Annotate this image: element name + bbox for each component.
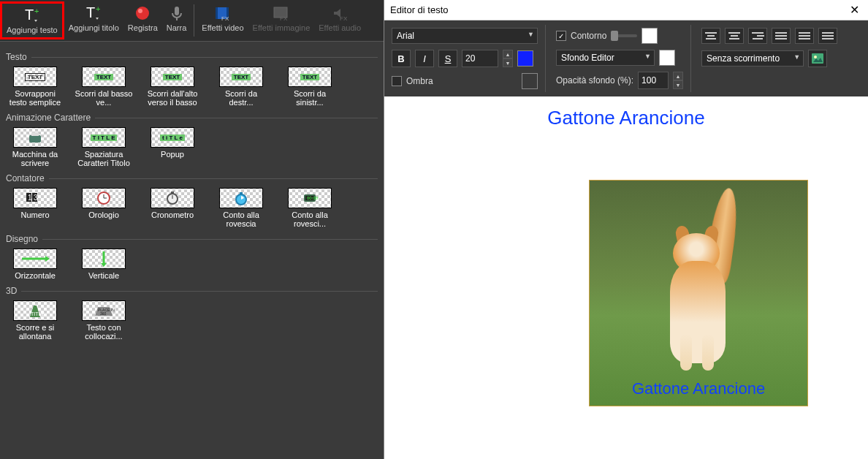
audio-fx-icon: FX (331, 4, 349, 22)
preset-vertical[interactable]: Verticale (75, 249, 133, 280)
preset-scroll-left[interactable]: TEXTScorri da sinistr... (281, 67, 339, 107)
opacity-input[interactable] (638, 72, 669, 89)
svg-point-38 (814, 56, 817, 58)
preset-overlay-simple-text[interactable]: TEXTSovrapponi testo semplice (6, 67, 64, 107)
editor-title-label: Editor di testo (390, 4, 449, 15)
valign-mid-button[interactable] (795, 28, 814, 44)
title-add-icon: T+ (85, 4, 102, 22)
svg-point-4 (136, 7, 149, 20)
svg-text:1: 1 (28, 194, 32, 202)
font-size-spinner[interactable]: ▲▼ (503, 50, 513, 67)
close-icon[interactable]: ✕ (847, 3, 862, 17)
align-left-button[interactable] (701, 28, 720, 44)
contour-label: Contorno (571, 31, 606, 41)
preset-placed-text[interactable]: PLACE IN360Testo con collocazi... (75, 300, 133, 341)
font-group: Arial B I S ▲▼ Ombra (389, 25, 546, 92)
section-char-anim: Animazione Carattere (6, 113, 378, 123)
contour-checkbox[interactable]: ✓ (556, 31, 566, 41)
bold-button[interactable]: B (392, 50, 411, 67)
presets-panel: Testo TEXTSovrapponi testo semplice TEXT… (0, 42, 384, 459)
preset-stopwatch[interactable]: Cronometro (143, 188, 202, 228)
align-right-button[interactable] (748, 28, 767, 44)
preset-scroll-right[interactable]: TEXTScorri da destr... (212, 67, 270, 107)
text-color-swatch[interactable] (517, 50, 533, 67)
shadow-color-swatch[interactable] (522, 73, 538, 89)
align-group: Senza scorrimento (698, 25, 845, 92)
text-add-icon: T+ (23, 7, 41, 24)
opacity-spinner[interactable]: ▲▼ (673, 72, 683, 89)
valign-top-button[interactable] (772, 28, 791, 44)
svg-text:+: + (34, 7, 39, 15)
align-center-button[interactable] (725, 28, 744, 44)
section-drawing: Disegno (6, 234, 378, 244)
section-counter: Contatore (6, 173, 378, 183)
preset-scroll-bottom[interactable]: TEXTScorri dal basso ve... (75, 67, 133, 107)
preset-scroll-top[interactable]: TEXTScorri dall'alto verso il basso (143, 67, 202, 107)
editor-canvas[interactable]: Gattone Arancione Gattone Arancione (384, 96, 868, 459)
preset-scroll-away[interactable]: TITLEScorre e si allontana (6, 300, 64, 341)
headline-text[interactable]: Gattone Arancione (547, 107, 704, 129)
bg-mode-select[interactable]: Sfondo Editor (556, 50, 655, 66)
editor-toolbar: Arial B I S ▲▼ Ombra ✓ Contorno (384, 20, 868, 96)
record-icon (134, 4, 151, 22)
record-button[interactable]: Registra (123, 1, 162, 39)
font-select[interactable]: Arial (392, 28, 538, 44)
preview-image: Gattone Arancione (589, 180, 808, 406)
svg-rect-6 (175, 7, 179, 15)
preset-typewriter[interactable]: Macchina da scrivere (6, 127, 64, 167)
main-toolbar: T+ Aggiungi testo T+ Aggiungi titolo Reg… (0, 0, 384, 42)
preset-clock[interactable]: Orologio (75, 188, 133, 228)
shadow-checkbox[interactable] (392, 76, 402, 86)
contour-color-swatch[interactable] (642, 28, 658, 44)
preset-number[interactable]: 13Numero (6, 188, 64, 228)
preset-countdown[interactable]: Conto alla rovescia (212, 188, 270, 228)
video-fx-button[interactable]: FX Effetti video (197, 1, 248, 39)
svg-text:FX: FX (280, 15, 288, 22)
contour-slider[interactable] (611, 34, 637, 37)
image-button[interactable] (808, 50, 827, 67)
font-size-input[interactable] (462, 50, 498, 67)
underline-button[interactable]: S (438, 50, 457, 67)
preset-countdown-2[interactable]: 00:00Conto alla rovesci... (281, 188, 339, 228)
image-fx-button[interactable]: FX Effetti immagine (248, 1, 315, 39)
svg-rect-9 (216, 7, 218, 19)
audio-fx-button[interactable]: FX Effetti audio (314, 1, 365, 39)
editor-title-bar: Editor di testo ✕ (384, 0, 868, 20)
overlay-text: Gattone Arancione (632, 379, 765, 398)
bg-group: ✓ Contorno Sfondo Editor Opacità sfondo … (553, 25, 691, 92)
svg-text:TITLE: TITLE (31, 311, 45, 316)
svg-text:FX: FX (221, 15, 229, 22)
left-panel: T+ Aggiungi testo T+ Aggiungi titolo Reg… (0, 0, 384, 459)
narrate-button[interactable]: Narra (162, 1, 191, 39)
svg-rect-25 (171, 191, 174, 194)
italic-button[interactable]: I (415, 50, 434, 67)
bg-color-swatch[interactable] (659, 50, 675, 66)
svg-text:3: 3 (34, 194, 38, 202)
svg-text:+: + (96, 4, 100, 13)
scroll-mode-select[interactable]: Senza scorrimento (701, 50, 804, 67)
add-text-button[interactable]: T+ Aggiungi testo (0, 1, 64, 39)
opacity-label: Opacità sfondo (%): (556, 75, 633, 86)
section-text: Testo (6, 52, 378, 62)
svg-text:FX: FX (340, 15, 348, 22)
svg-text:360: 360 (100, 311, 107, 316)
svg-text:00:00: 00:00 (307, 196, 319, 200)
preset-title-spacing[interactable]: T I T L ESpaziatura Caratteri Titolo (75, 127, 133, 167)
svg-point-5 (138, 9, 142, 13)
valign-bot-button[interactable] (818, 28, 837, 44)
svg-rect-16 (31, 132, 39, 136)
image-fx-icon: FX (273, 4, 290, 22)
svg-rect-28 (240, 192, 243, 194)
add-title-button[interactable]: T+ Aggiungi titolo (64, 1, 123, 39)
shadow-label: Ombra (406, 76, 433, 86)
preset-horizontal[interactable]: Orizzontale (6, 249, 64, 280)
video-fx-icon: FX (214, 4, 232, 22)
svg-rect-15 (29, 135, 41, 143)
text-editor-panel: Editor di testo ✕ Arial B I S ▲▼ Ombra (384, 0, 868, 459)
mic-icon (168, 4, 186, 22)
svg-text:T: T (86, 4, 95, 20)
section-3d: 3D (6, 286, 378, 296)
preset-popup[interactable]: t i T L ePopup (143, 127, 202, 167)
svg-text:T: T (25, 7, 34, 23)
